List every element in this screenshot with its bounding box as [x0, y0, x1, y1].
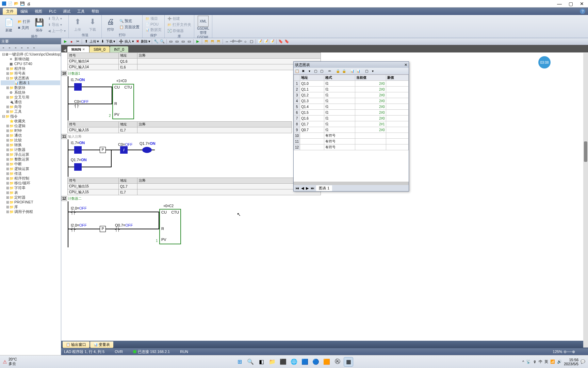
export-button[interactable]: ⬆导出 ▾ — [47, 22, 66, 28]
tb-icon[interactable]: ▶ — [195, 39, 200, 44]
tree-cpu[interactable]: ▦CPU ST40 — [1, 61, 60, 66]
tb-insert-icon[interactable]: ➕ — [118, 39, 124, 44]
st-icon[interactable]: 📊 — [356, 69, 361, 74]
sc-tab-chart1[interactable]: 图表 1 — [316, 185, 332, 191]
tree-newfeat[interactable]: ✳新增功能 — [1, 57, 60, 61]
new-button[interactable]: 📄新建 — [2, 17, 16, 33]
tb-icon[interactable]: ○ — [243, 39, 248, 44]
sc-nav-last-icon[interactable]: ⏭ — [310, 186, 315, 190]
status-row[interactable]: 2Q1.1位2#0 — [294, 87, 409, 92]
network-12[interactable]: 12 计数器二 I2.0=OFF I2.0=OFF P — [61, 196, 588, 247]
print-icon[interactable]: 🖨 — [26, 1, 31, 6]
help-icon[interactable]: ? — [580, 9, 585, 14]
taskview-icon[interactable]: ◧ — [257, 357, 266, 367]
tree-wizard[interactable]: ⊞📁向导 — [1, 104, 60, 109]
import-button[interactable]: ⬇导入 ▾ — [47, 16, 66, 21]
project-tree[interactable]: ⊟🖥一键启停 (C:\Users\pc\Desktop) ✳新增功能 ▦CPU … — [0, 51, 61, 355]
search-icon[interactable]: 🔍 — [246, 357, 255, 367]
tb-icon[interactable]: ▭ — [180, 39, 186, 44]
tab-main[interactable]: MAIN✕ — [67, 46, 89, 52]
contact-q17b[interactable]: Q1.7=ON — [74, 163, 82, 171]
pou-button[interactable]: 📄POU — [145, 22, 162, 27]
tb-icon[interactable]: 🔖 — [278, 39, 283, 44]
preview-button[interactable]: 🔍预览 — [119, 18, 140, 24]
tree-xfer[interactable]: ⊞📁传送 — [1, 171, 60, 176]
tree-profinet[interactable]: ⊞📁PROFINET — [1, 200, 60, 204]
st-icon[interactable]: ▢ — [319, 69, 324, 74]
status-row[interactable]: 1Q1.0位2#0 — [294, 81, 409, 87]
menu-debug[interactable]: 调试 — [60, 8, 74, 15]
tb-icon[interactable]: ⬒ — [210, 39, 215, 44]
tree-logicop[interactable]: ⊞📁逻辑运算 — [1, 166, 60, 171]
menu-file[interactable]: 文件 — [3, 8, 17, 15]
menu-plc[interactable]: PLC — [46, 9, 60, 14]
status-row[interactable]: 11有符号 — [294, 139, 409, 144]
upload-button[interactable]: ⬆上传 — [71, 16, 84, 32]
tab-vartable[interactable]: 📊变量表 — [90, 341, 113, 348]
contact-i20b[interactable]: I2.0=OFF — [71, 223, 87, 231]
status-close-icon[interactable]: ✕ — [404, 63, 407, 67]
sc-nav-first-icon[interactable]: ⏮ — [294, 186, 300, 190]
tb-icon[interactable]: ▭ — [186, 39, 192, 44]
prev-button[interactable]: ◀上一个 ▾ — [47, 28, 66, 34]
close-button2[interactable]: ✖关闭 — [17, 25, 31, 31]
explorer-icon[interactable]: 📁 — [267, 357, 277, 367]
st-icon[interactable]: ▾ — [307, 69, 312, 74]
create-button[interactable]: ➕创建 — [167, 16, 192, 21]
tray-icon[interactable]: 🎙 — [533, 360, 537, 364]
tray-notif-icon[interactable]: 💬 — [581, 359, 585, 364]
menu-tools[interactable]: 工具 — [74, 8, 88, 15]
tree-datablock[interactable]: ⊞📁数据块 — [1, 85, 60, 90]
tb-icon[interactable]: ▭ — [168, 39, 174, 44]
new-icon[interactable]: 📄 — [7, 1, 13, 6]
tree-intmath[interactable]: ⊞📁整数运算 — [1, 157, 60, 162]
contact-q07[interactable]: Q0.7=OFF — [115, 223, 133, 231]
tree-convert[interactable]: ⊞📁转换 — [1, 142, 60, 147]
tree-string[interactable]: ⊞📁字符串 — [1, 185, 60, 190]
stop-icon[interactable]: ● — [69, 39, 74, 44]
tree-progctrl[interactable]: ⊞📁程序控制 — [1, 176, 60, 181]
tree-floatmath[interactable]: ⊞📁浮点运算 — [1, 152, 60, 157]
st-icon[interactable]: 📋 — [294, 69, 300, 74]
contact-i20a[interactable]: I2.0=OFF — [71, 206, 87, 214]
storage-button[interactable]: 💽存储器 — [167, 28, 192, 34]
tab-nav-left-icon[interactable]: ◀ — [62, 48, 67, 52]
print-button[interactable]: 🖨打印 — [104, 16, 117, 32]
tb-icon[interactable]: ⬒ — [203, 39, 209, 44]
status-row[interactable]: 8Q1.7位2#1 — [294, 121, 409, 127]
tree-instr[interactable]: ⊟📁指令 — [1, 114, 60, 119]
st-icon[interactable]: 🔒 — [335, 69, 341, 74]
tree-fav[interactable]: ⭐收藏夹 — [1, 119, 60, 123]
app-icon[interactable]: ⬛ — [278, 357, 288, 367]
tab-close-icon[interactable]: ✕ — [82, 48, 85, 51]
tree-tb-icon[interactable]: ▫ — [19, 45, 24, 50]
app-icon[interactable]: 🟧 — [322, 357, 331, 367]
tb-download-icon[interactable]: ⬇ — [100, 39, 105, 44]
tree-bitlogic[interactable]: ⊞📁位逻辑 — [1, 123, 60, 128]
tray-wifi-icon[interactable]: 📶 — [550, 359, 555, 364]
st-icon[interactable]: ✖ — [300, 69, 306, 74]
contact-c0[interactable]: C0=OFF — [74, 99, 89, 108]
tree-commgrp[interactable]: ⊞📁通信 — [1, 133, 60, 138]
gsdml-button[interactable]: XMLGSDML 管理 — [196, 16, 210, 35]
tb-icon[interactable]: ↔ — [224, 39, 230, 44]
tray-icon[interactable]: 📡 — [526, 359, 531, 364]
tb-upload-icon[interactable]: ⬆ — [83, 39, 89, 44]
save-button[interactable]: 💾保存 — [32, 17, 46, 33]
tree-tb-icon[interactable]: ▫ — [1, 45, 6, 50]
tree-counter[interactable]: ⊞📁计数器 — [1, 147, 60, 152]
tray-volume-icon[interactable]: 🔊 — [557, 359, 562, 364]
st-icon[interactable]: ✏ — [327, 69, 332, 74]
tb-icon[interactable]: ⬒ — [216, 39, 221, 44]
open-icon[interactable]: 📂 — [14, 1, 19, 6]
tree-interrupt[interactable]: ⊞📁中断 — [1, 162, 60, 166]
ctu-box[interactable]: +1=C0 CUCTU R PV2 — [112, 84, 134, 119]
right-scrollbar[interactable] — [583, 53, 588, 348]
maximize-button[interactable]: ▢ — [569, 1, 573, 6]
tree-table[interactable]: ⊞📁表 — [1, 190, 60, 195]
tb-icon[interactable]: 🔧 — [153, 39, 159, 44]
sc-nav-next-icon[interactable]: ▶ — [305, 186, 310, 190]
st-icon[interactable]: ▢ — [313, 69, 318, 74]
tree-shiftrot[interactable]: ⊞📁移位/循环 — [1, 181, 60, 185]
taskbar-weather[interactable]: ⚠ 20°C 多云 — [3, 357, 17, 366]
